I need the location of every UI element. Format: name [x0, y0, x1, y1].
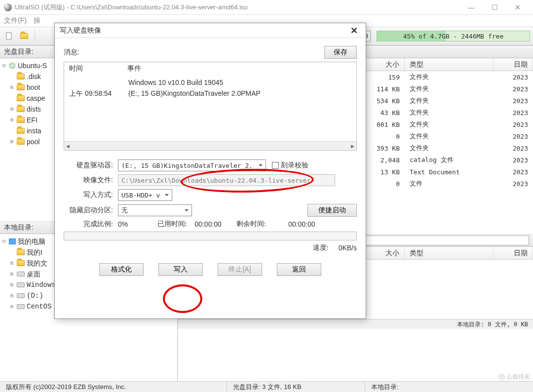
statusbar: 版权所有 (c)2002-2019 EZB Systems, Inc. 光盘目录… [0, 381, 533, 392]
drive-icon [17, 304, 25, 309]
folder-icon [17, 249, 25, 255]
status-local: 本地目录: [365, 382, 533, 392]
msg-time: 上午 09:58:54 [69, 88, 128, 99]
format-button[interactable]: 格式化 [99, 263, 144, 276]
window-close-button[interactable]: ✕ [506, 0, 529, 14]
menu-op[interactable]: 操 [34, 16, 40, 25]
disc-icon [9, 62, 16, 69]
tree-item[interactable]: 我的I [27, 247, 42, 258]
tree-item[interactable]: pool [27, 136, 39, 147]
hide-boot-label: 隐藏启动分区: [64, 206, 118, 215]
write-method-label: 写入方式: [64, 191, 118, 199]
tree-item[interactable]: (D:) [27, 290, 43, 301]
tree-item[interactable]: boot [27, 82, 40, 93]
capacity-bar: 45% of 4.7GB - 2446MB free [377, 31, 530, 41]
stop-button: 终止[A] [218, 263, 262, 276]
desktop-icon [17, 272, 25, 276]
remain-label: 剩余时间: [236, 220, 266, 229]
drive-icon [17, 282, 25, 287]
msg-event: (E:, 15 GB)KingstonDataTraveler 2.0PMAP [128, 89, 261, 97]
hdd-combo[interactable]: (E:, 15 GB)KingstonDataTraveler 2. [118, 159, 266, 171]
tree-item[interactable]: EFI [27, 115, 38, 125]
folder-icon [17, 260, 25, 266]
col-type[interactable]: 类型 [405, 247, 494, 259]
quick-boot-button[interactable]: 便捷启动 [307, 204, 357, 217]
remain-value: 00:00:00 [266, 220, 315, 228]
write-button[interactable]: 写入 [158, 263, 203, 276]
col-date[interactable]: 日期 [494, 247, 533, 259]
scrollbar[interactable]: ◄► [64, 141, 356, 150]
message-label: 消息: [64, 48, 79, 57]
folder-icon [17, 117, 25, 123]
image-file-field: C:\Users\Zxl\Downloads\ubuntu-22.04.3-li… [118, 174, 335, 186]
tree-item[interactable]: dists [27, 104, 41, 115]
dialog-title: 写入硬盘映像 [60, 26, 347, 35]
tree-item[interactable]: 桌面 [27, 269, 40, 279]
col-date[interactable]: 日期 [494, 58, 533, 71]
capacity-text: 45% of 4.7GB - 2446MB free [377, 33, 530, 40]
local-status: 本地目录: 0 文件, 0 KB [178, 319, 533, 329]
svg-rect-0 [6, 33, 11, 39]
status-copyright: 版权所有 (c)2002-2019 EZB Systems, Inc. [0, 382, 227, 392]
col-size[interactable]: 大小 [360, 58, 405, 71]
tree-item[interactable]: caspe [27, 93, 45, 104]
progress-bar [64, 232, 357, 240]
msg-event: Windows 10 v10.0 Build 19045 [128, 78, 223, 86]
app-disc-icon [4, 3, 12, 11]
tree-root[interactable]: 我的电脑 [18, 236, 45, 247]
write-method-combo[interactable]: USB-HDD+ v [118, 189, 172, 201]
tb-new-icon[interactable] [3, 30, 16, 42]
elapsed-value: 00:00:00 [187, 220, 236, 228]
folder-icon [17, 95, 25, 101]
dialog-titlebar[interactable]: 写入硬盘映像 ✕ [55, 23, 366, 38]
save-button[interactable]: 保存 [324, 46, 357, 59]
tb-open-icon[interactable] [18, 30, 31, 42]
verify-checkbox[interactable] [272, 162, 279, 169]
dialog-close-button[interactable]: ✕ [347, 25, 361, 36]
write-disk-image-dialog: 写入硬盘映像 ✕ 消息: 保存 时间 事件 Windows 10 v10.0 B… [54, 23, 366, 319]
col-type[interactable]: 类型 [405, 58, 494, 71]
speed-value: 0KB/s [339, 244, 357, 252]
back-button[interactable]: 返回 [277, 263, 321, 276]
tree-item[interactable]: insta [27, 125, 41, 136]
col-time-label: 时间 [69, 64, 83, 73]
col-size[interactable]: 大小 [360, 247, 405, 259]
folder-icon [17, 106, 25, 112]
message-box: 时间 事件 Windows 10 v10.0 Build 19045 上午 09… [64, 62, 357, 151]
menu-file[interactable]: 文件(F) [4, 16, 27, 25]
tree-item[interactable]: .disk [27, 71, 41, 82]
status-disc: 光盘目录: 3 文件, 16 KB [227, 382, 365, 392]
col-event-label: 事件 [127, 64, 141, 73]
done-label: 完成比例: [64, 220, 118, 229]
tree-item[interactable]: 我的文 [27, 258, 47, 269]
tree-root[interactable]: Ubuntu-S [18, 60, 47, 71]
window-minimize-button[interactable]: — [460, 0, 483, 14]
folder-icon [17, 74, 25, 79]
done-value: 0% [118, 220, 157, 228]
window-title: UltraISO (试用版) - C:\Users\Zxl\Downloads\… [15, 3, 460, 12]
elapsed-label: 已用时间: [157, 220, 187, 229]
speed-label: 速度: [313, 243, 329, 252]
drive-icon [17, 293, 25, 298]
folder-icon [17, 84, 25, 90]
hdd-label: 硬盘驱动器: [64, 161, 118, 170]
folder-icon [17, 139, 25, 145]
computer-icon [9, 238, 16, 244]
watermark: 值么值得买 [498, 373, 530, 381]
window-titlebar: UltraISO (试用版) - C:\Users\Zxl\Downloads\… [0, 0, 533, 15]
window-maximize-button[interactable]: ☐ [483, 0, 506, 14]
image-file-label: 映像文件: [64, 176, 118, 185]
verify-label: 刻录校验 [281, 161, 308, 170]
folder-icon [17, 128, 25, 134]
hide-boot-combo[interactable]: 无 [118, 204, 192, 216]
